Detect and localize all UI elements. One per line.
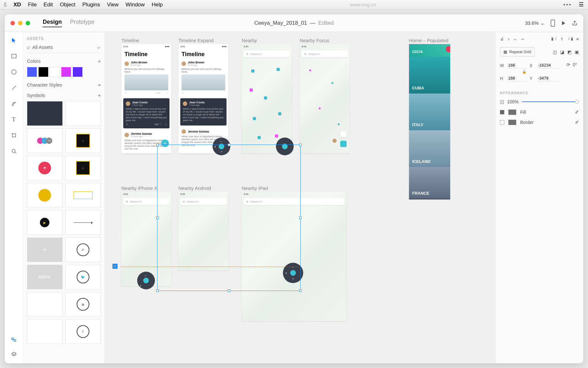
artboard-label[interactable]: Nearby iPhone X [121, 185, 157, 191]
device-preview-icon[interactable] [550, 20, 555, 27]
distribute-v-icon[interactable]: ⫟ [521, 36, 525, 42]
symbol-item[interactable]: + [27, 156, 63, 180]
intersect-icon[interactable]: ◩ [567, 49, 572, 55]
traffic-lights[interactable] [10, 21, 30, 25]
eyedropper-icon[interactable]: ✐ [575, 110, 579, 115]
artboard-timeline-expand[interactable]: 3:41●●● Timeline John Brown8 min agoBeli… [178, 44, 228, 153]
symbol-item[interactable] [65, 210, 101, 235]
rotate-icon[interactable]: ⟳ [566, 62, 570, 67]
symbol-item[interactable]: P [65, 237, 101, 262]
tab-design[interactable]: Design [43, 19, 62, 27]
width-input[interactable] [508, 62, 527, 68]
tool-rail: T [5, 32, 23, 363]
color-swatches[interactable] [27, 67, 101, 77]
add-color-button[interactable]: + [98, 58, 101, 64]
symbol-item[interactable] [65, 183, 101, 208]
align-left-icon[interactable]: �౹ [551, 36, 558, 42]
union-icon[interactable]: ◫ [553, 49, 557, 55]
menu-file[interactable]: File [28, 2, 36, 8]
zoom-dropdown[interactable]: 33.6%⌄ [525, 20, 545, 26]
canvas[interactable]: Timeline Timeline Expand Nearby Nearby F… [105, 32, 495, 363]
artboard-label[interactable]: Timeline Expand [178, 38, 214, 43]
symbol-item[interactable] [27, 319, 63, 344]
opacity-slider[interactable] [522, 101, 579, 102]
align-vcenter-icon[interactable]: ⫞ [508, 36, 510, 42]
overflow-icon[interactable]: ••• [563, 2, 572, 8]
play-icon[interactable] [561, 21, 566, 26]
artboard-tool[interactable] [10, 132, 18, 139]
symbol-item[interactable]: ◉ [65, 292, 101, 317]
list-icon[interactable]: ☰ [579, 1, 584, 8]
symbol-item[interactable] [27, 101, 63, 126]
fill-checkbox[interactable] [500, 110, 504, 114]
symbol-item[interactable]: + [27, 237, 63, 262]
menu-window[interactable]: Window [125, 2, 144, 8]
fab-cluster[interactable]: ⌕↗ [137, 272, 155, 289]
align-hcenter-icon[interactable]: ⫯ [561, 36, 563, 42]
y-input[interactable] [538, 75, 560, 81]
eyedropper-icon[interactable]: ✐ [575, 120, 579, 125]
symbols-grid: +2 › + ‹ ▶ + P CEEYA 🐦 ◉ f [27, 101, 101, 344]
lock-aspect-icon[interactable]: 🔒 [522, 70, 527, 74]
menu-object[interactable]: Object [60, 2, 75, 8]
symbol-item[interactable]: f [65, 319, 101, 344]
align-bottom-icon[interactable]: ⫠ [513, 36, 517, 42]
symbol-item[interactable]: +2 [27, 128, 63, 153]
artboard-nearby-focus[interactable]: 3:41 ⊞Where to? [300, 44, 350, 153]
artboard-label[interactable]: Home – Populated [409, 38, 448, 43]
rotation-value[interactable]: 0° [573, 62, 577, 67]
macos-menubar:  XD File Edit Object Plugins View Windo… [0, 0, 588, 10]
menu-brand[interactable]: XD [14, 2, 21, 8]
boolean-ops[interactable]: ◫◪◩▣ [553, 49, 579, 55]
fill-swatch[interactable] [508, 109, 516, 115]
symbol-item[interactable] [27, 292, 63, 317]
select-tool[interactable] [10, 36, 18, 44]
align-horizontal-group[interactable]: ⫝̸⫞⫠⫟ [500, 36, 525, 42]
align-vertical-group[interactable]: �౹⫯౹�≡ [551, 36, 579, 42]
align-right-icon[interactable]: ౹� [566, 36, 573, 42]
x-input[interactable] [538, 62, 560, 68]
symbol-item[interactable]: › [65, 128, 101, 153]
line-tool[interactable] [10, 84, 18, 92]
pen-tool[interactable] [10, 100, 18, 107]
symbol-item[interactable]: ▶ [27, 210, 63, 235]
ellipse-tool[interactable] [10, 68, 18, 76]
artboard-label[interactable]: Timeline [121, 38, 139, 43]
zoom-tool[interactable] [10, 147, 18, 155]
tab-prototype[interactable]: Prototype [70, 19, 94, 27]
align-top-icon[interactable]: ⫝̸ [500, 36, 504, 42]
apple-icon[interactable]:  [4, 1, 7, 8]
menu-edit[interactable]: Edit [44, 2, 53, 8]
chevron-down-icon: ⌄ [540, 20, 545, 26]
menu-plugins[interactable]: Plugins [82, 2, 100, 8]
distribute-h-icon[interactable]: ≡ [576, 36, 579, 42]
opacity-value[interactable]: 100% [507, 99, 519, 104]
height-input[interactable] [508, 75, 527, 81]
symbol-item[interactable] [27, 183, 63, 208]
symbol-item[interactable]: 🐦 [65, 265, 101, 289]
rectangle-tool[interactable] [10, 52, 18, 60]
text-tool[interactable]: T [10, 116, 18, 123]
artboard-timeline[interactable]: 3:41●●● Timeline John Brown8 min agoBeli… [121, 44, 171, 153]
assets-icon[interactable] [10, 336, 18, 344]
artboard-home[interactable]: CEEYA CUBA ITALY ICELAND FRANCE ⌂⊞♥⊙⌕ [409, 44, 450, 199]
subtract-icon[interactable]: ◪ [560, 49, 564, 55]
menu-help[interactable]: Help [152, 2, 163, 8]
symbol-item[interactable]: CEEYA [27, 265, 63, 289]
map-search[interactable]: ⊞Where to? [244, 50, 290, 57]
border-checkbox[interactable] [500, 120, 504, 125]
artboard-label[interactable]: Nearby Focus [300, 38, 329, 43]
add-symbol-button[interactable]: + [98, 93, 101, 98]
artboard-nearby[interactable]: 3:41 ⊞Where to? [242, 44, 292, 153]
add-char-button[interactable]: + [98, 82, 101, 87]
layers-icon[interactable] [10, 351, 18, 358]
exclude-icon[interactable]: ▣ [575, 49, 579, 55]
border-swatch[interactable] [508, 119, 516, 125]
menu-view[interactable]: View [107, 2, 119, 8]
artboard-label[interactable]: Nearby [242, 38, 257, 43]
assets-search[interactable]: ⌕ All Assets ⌄ [27, 44, 101, 53]
symbol-item[interactable] [65, 101, 101, 126]
symbol-item[interactable]: ‹ [65, 156, 101, 180]
share-icon[interactable] [572, 20, 578, 26]
repeat-grid-button[interactable]: ▦Repeat Grid [500, 47, 535, 56]
